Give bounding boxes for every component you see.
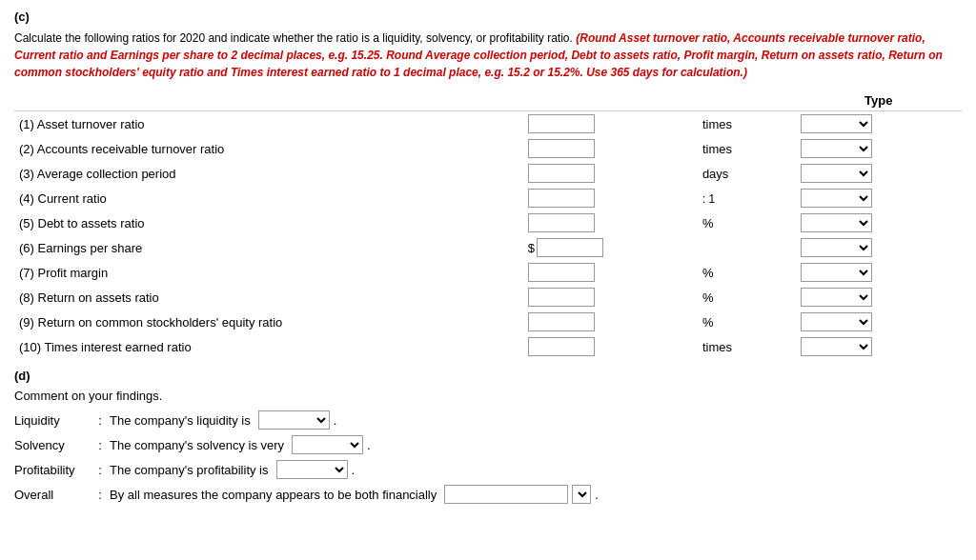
comment-heading: Comment on your findings. bbox=[14, 389, 962, 403]
table-row: (7) Profit margin%LiquiditySolvencyProfi… bbox=[14, 260, 962, 285]
liquidity-text: The company's liquidity is bbox=[110, 413, 251, 428]
ratio-type-select-9[interactable]: LiquiditySolvencyProfitability bbox=[801, 312, 872, 331]
ratio-label-10: (10) Times interest earned ratio bbox=[14, 334, 523, 359]
ratio-type-select-7[interactable]: LiquiditySolvencyProfitability bbox=[801, 263, 872, 282]
col-header-type: Type bbox=[796, 90, 963, 111]
ratio-type-select-6[interactable]: LiquiditySolvencyProfitability bbox=[801, 238, 872, 257]
col-header-label bbox=[14, 90, 523, 111]
profitability-dot: . bbox=[352, 463, 356, 477]
ratio-value-input-6[interactable] bbox=[537, 238, 603, 257]
table-row: (10) Times interest earned ratiotimesLiq… bbox=[14, 334, 962, 359]
profitability-text: The company's profitability is bbox=[110, 463, 269, 477]
solvency-label: Solvency bbox=[14, 438, 91, 452]
ratio-label-4: (4) Current ratio bbox=[14, 186, 523, 210]
ratio-label-8: (8) Return on assets ratio bbox=[14, 285, 523, 310]
ratio-value-input-7[interactable] bbox=[528, 263, 595, 282]
ratio-value-input-3[interactable] bbox=[528, 164, 595, 183]
profitability-row: Profitability : The company's profitabil… bbox=[14, 460, 962, 479]
ratio-type-select-2[interactable]: LiquiditySolvencyProfitability bbox=[801, 139, 872, 158]
ratio-unit-10: times bbox=[698, 334, 796, 359]
profitability-label: Profitability bbox=[14, 463, 91, 477]
ratio-unit-5: % bbox=[698, 210, 796, 235]
col-header-unit bbox=[698, 90, 796, 111]
ratio-value-input-10[interactable] bbox=[528, 337, 595, 356]
table-row: (9) Return on common stockholders' equit… bbox=[14, 310, 962, 334]
ratio-unit-2: times bbox=[698, 136, 796, 161]
instructions: Calculate the following ratios for 2020 … bbox=[14, 30, 962, 81]
table-row: (8) Return on assets ratio%LiquiditySolv… bbox=[14, 285, 962, 310]
table-row: (6) Earnings per share$LiquiditySolvency… bbox=[14, 235, 962, 260]
solvency-colon: : bbox=[94, 438, 106, 452]
solvency-text: The company's solvency is very bbox=[110, 438, 284, 452]
ratio-label-1: (1) Asset turnover ratio bbox=[14, 111, 523, 137]
ratios-table: Type (1) Asset turnover ratiotimesLiquid… bbox=[14, 90, 962, 359]
solvency-select[interactable]: lowadequatehigh bbox=[292, 435, 363, 454]
profitability-select[interactable]: lowadequatehigh bbox=[276, 460, 348, 479]
ratio-unit-9: % bbox=[698, 310, 796, 334]
ratio-value-input-5[interactable] bbox=[528, 213, 595, 232]
table-row: (5) Debt to assets ratio%LiquiditySolven… bbox=[14, 210, 962, 235]
col-header-value bbox=[523, 90, 698, 111]
ratio-value-input-8[interactable] bbox=[528, 288, 595, 307]
liquidity-select[interactable]: lowadequatehigh bbox=[258, 410, 330, 430]
liquidity-dot: . bbox=[334, 413, 337, 428]
table-row: (1) Asset turnover ratiotimesLiquiditySo… bbox=[14, 111, 962, 137]
ratio-value-input-4[interactable] bbox=[528, 189, 595, 208]
ratio-label-3: (3) Average collection period bbox=[14, 161, 523, 186]
ratio-unit-8: % bbox=[698, 285, 796, 310]
overall-dot: . bbox=[595, 488, 599, 502]
ratio-label-5: (5) Debt to assets ratio bbox=[14, 210, 523, 235]
overall-text: By all measures the company appears to b… bbox=[110, 488, 437, 502]
liquidity-label: Liquidity bbox=[14, 413, 91, 428]
ratio-type-select-10[interactable]: LiquiditySolvencyProfitability bbox=[801, 337, 872, 356]
dollar-sign: $ bbox=[528, 241, 535, 255]
ratio-unit-6 bbox=[698, 235, 796, 260]
ratio-type-select-5[interactable]: LiquiditySolvencyProfitability bbox=[801, 213, 872, 232]
table-row: (4) Current ratio: 1LiquiditySolvencyPro… bbox=[14, 186, 962, 210]
section-c-label: (c) bbox=[14, 10, 962, 24]
ratio-unit-1: times bbox=[698, 111, 796, 137]
solvency-row: Solvency : The company's solvency is ver… bbox=[14, 435, 962, 454]
table-row: (3) Average collection perioddaysLiquidi… bbox=[14, 161, 962, 186]
overall-row: Overall : By all measures the company ap… bbox=[14, 485, 962, 504]
table-row: (2) Accounts receivable turnover ratioti… bbox=[14, 136, 962, 161]
ratio-unit-7: % bbox=[698, 260, 796, 285]
ratio-type-select-3[interactable]: LiquiditySolvencyProfitability bbox=[801, 164, 872, 183]
ratio-unit-4: : 1 bbox=[698, 186, 796, 210]
liquidity-colon: : bbox=[94, 413, 106, 428]
ratio-label-7: (7) Profit margin bbox=[14, 260, 523, 285]
ratio-label-6: (6) Earnings per share bbox=[14, 235, 523, 260]
profitability-colon: : bbox=[94, 463, 106, 477]
section-d-label: (d) bbox=[14, 369, 962, 383]
ratio-value-input-2[interactable] bbox=[528, 139, 595, 158]
overall-colon: : bbox=[94, 488, 106, 502]
overall-input[interactable] bbox=[444, 485, 568, 504]
ratio-value-input-9[interactable] bbox=[528, 312, 595, 331]
ratio-type-select-1[interactable]: LiquiditySolvencyProfitability bbox=[801, 114, 872, 133]
ratio-unit-3: days bbox=[698, 161, 796, 186]
solvency-dot: . bbox=[367, 438, 371, 452]
ratio-type-select-4[interactable]: LiquiditySolvencyProfitability bbox=[801, 189, 872, 208]
ratio-type-select-8[interactable]: LiquiditySolvencyProfitability bbox=[801, 288, 872, 307]
ratio-label-9: (9) Return on common stockholders' equit… bbox=[14, 310, 523, 334]
instructions-plain: Calculate the following ratios for 2020 … bbox=[14, 31, 573, 45]
overall-label: Overall bbox=[14, 488, 91, 502]
overall-select[interactable]: ⬆ bbox=[572, 485, 591, 504]
liquidity-row: Liquidity : The company's liquidity is l… bbox=[14, 410, 962, 430]
ratio-value-input-1[interactable] bbox=[528, 114, 595, 133]
ratio-label-2: (2) Accounts receivable turnover ratio bbox=[14, 136, 523, 161]
